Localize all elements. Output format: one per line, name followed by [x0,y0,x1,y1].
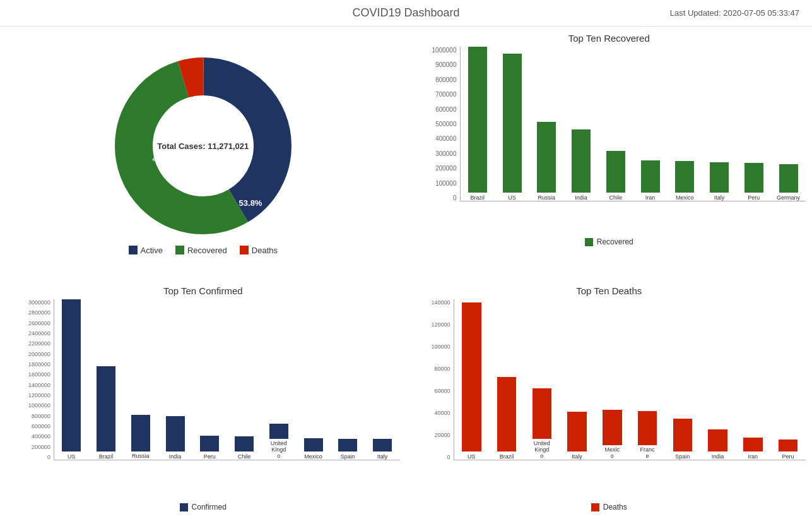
bar-label-mexico-c: Mexico [304,453,322,460]
bars-confirmed: US Brazil Russia India Peru [54,299,400,460]
bar-group-us-r: US [495,47,529,201]
top-recovered-title: Top Ten Recovered [413,33,806,44]
bar-mexico-r [675,161,694,193]
bar-label-chile-r: Chile [609,194,623,201]
y-axis-recovered: 1000000 900000 800000 700000 600000 5000… [413,47,460,201]
bar-label-india-r: India [575,194,587,201]
legend-deaths-label: Deaths [252,246,278,255]
top-recovered-chart: 1000000 900000 800000 700000 600000 5000… [413,47,806,236]
y-axis-deaths: 140000 120000 100000 80000 60000 40000 2… [413,299,454,460]
deaths-legend-label: Deaths [603,503,627,511]
legend-recovered: Recovered [175,246,227,255]
bar-label-uk-d: UnitedKingdo [534,441,550,460]
bar-label-us-d: US [468,453,476,460]
bar-label-italy-r: Italy [714,194,725,201]
top-deaths-panel: Top Ten Deaths 140000 120000 100000 8000… [406,279,813,526]
bar-label-peru-r: Peru [748,194,760,201]
legend-recovered-box [175,246,184,254]
donut-total-label: Total Cases: 11,271,021 [157,141,249,150]
bar-russia-c [131,415,150,451]
bar-label-peru-c: Peru [204,453,216,460]
bar-italy-r [710,162,729,193]
bar-group-india-c: India [158,299,192,460]
recovered-pct-label: 53.8% [238,198,262,208]
bar-label-brazil-c: Brazil [99,453,114,460]
bar-spain-d [673,419,693,451]
bars-deaths: US Brazil UnitedKingdo Italy Mexico [454,299,806,460]
bar-group-russia-c: Russia [124,299,158,460]
bar-iran-r [641,160,660,193]
bar-label-italy-d: Italy [572,453,582,460]
bar-label-us-c: US [68,453,76,460]
bar-label-india-c: India [169,453,182,460]
bar-group-brazil-c: Brazil [89,299,124,460]
bar-india-r [572,129,591,193]
bar-group-spain-c: Spain [331,299,365,460]
bar-brazil-c [97,366,115,451]
bar-india-d [708,429,727,451]
bar-group-brazil-r: Brazil [461,47,495,201]
bar-group-germany-r: Germany [771,47,806,201]
legend-deaths-box [240,246,249,254]
bar-label-brazil-r: Brazil [471,194,485,201]
bar-chile-c [235,436,254,451]
bar-group-italy-r: Italy [702,47,737,201]
recovered-legend-label: Recovered [597,237,633,246]
deaths-legend-box [591,503,599,511]
active-pct-label: 41.5% [152,154,175,164]
confirmed-legend: Confirmed [6,503,400,511]
header: COVID19 Dashboard Last Updated: 2020-07-… [0,0,812,27]
bar-india-c [166,416,185,451]
bar-us-r [503,54,522,193]
recovered-legend: Recovered [413,237,806,246]
bar-peru-r [744,163,763,193]
bar-group-india-r: India [564,47,599,201]
bar-group-chile-c: Chile [227,299,262,460]
bar-group-russia-r: Russia [529,47,564,201]
bar-label-mexico-r: Mexico [676,194,694,201]
bar-group-mexico-c: Mexico [296,299,331,460]
bar-brazil-d [497,377,517,451]
bar-label-italy-c: Italy [377,453,388,460]
top-recovered-panel: Top Ten Recovered 1000000 900000 800000 … [406,27,813,279]
bar-group-india-d: India [700,299,736,460]
bar-label-chile-c: Chile [238,453,251,460]
top-deaths-title: Top Ten Deaths [413,285,806,296]
legend-active-label: Active [141,246,163,255]
legend-active-box [129,246,138,254]
bar-group-iran-d: Iran [736,299,771,460]
legend-deaths: Deaths [240,246,278,255]
bar-chile-r [606,151,625,193]
bar-us-c [62,299,81,451]
bar-label-russia-r: Russia [538,194,556,201]
bar-label-spain-d: Spain [675,453,690,460]
bar-group-chile-r: Chile [599,47,633,201]
bar-label-india-d: India [712,453,724,460]
bars-recovered: Brazil US Russia India Chile [460,47,806,201]
legend-recovered-label: Recovered [187,246,227,255]
top-confirmed-title: Top Ten Confirmed [6,285,400,296]
bar-group-us-d: US [454,299,490,460]
bar-italy-c [373,439,392,451]
bar-group-france-d: France [630,299,665,460]
legend-active: Active [129,246,163,255]
bar-brazil-r [468,47,487,193]
bar-label-us-r: US [508,194,516,201]
bar-mexico-d [603,410,622,445]
deaths-legend: Deaths [413,503,806,511]
confirmed-legend-box [180,503,188,511]
bar-france-d [638,411,657,445]
bar-group-iran-r: Iran [633,47,668,201]
bar-peru-d [779,439,798,451]
bar-group-brazil-d: Brazil [489,299,524,460]
bar-germany-r [779,164,798,193]
header-updated: Last Updated: 2020-07-05 05:33:47 [537,8,799,18]
bar-group-uk-c: UnitedKingdo [262,299,297,460]
top-deaths-chart: 140000 120000 100000 80000 60000 40000 2… [413,299,806,501]
donut-container: 41.5% 53.8% Total Cases: 11,271,021 [109,51,298,241]
bar-group-italy-c: Italy [365,299,400,460]
bar-label-spain-c: Spain [341,453,355,460]
bar-group-uk-d: UnitedKingdo [524,299,560,460]
bar-group-us-c: US [54,299,89,460]
bar-group-peru-r: Peru [737,47,772,201]
